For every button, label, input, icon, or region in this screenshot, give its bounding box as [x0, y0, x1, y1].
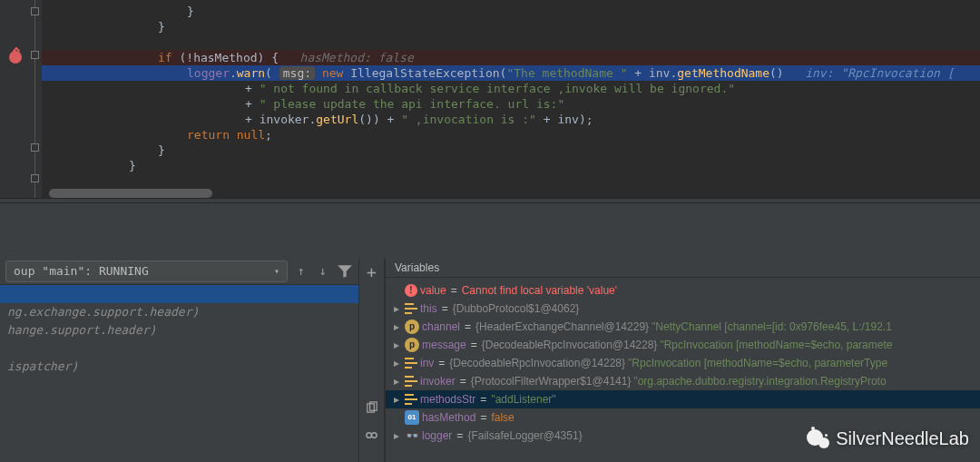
variable-value: false	[491, 408, 514, 427]
prev-frame-icon[interactable]: ↑	[293, 260, 309, 282]
variable-string-value: "RpcInvocation [methodName=$echo, parame…	[660, 336, 892, 354]
debugger-side-toolbar: +	[359, 258, 385, 462]
primitive-badge-icon: 01	[405, 410, 419, 425]
variable-value: {FailsafeLogger@4351}	[467, 427, 582, 445]
expand-arrow-icon[interactable]: ▸	[391, 372, 402, 390]
debug-panel: oup "main": RUNNING ▾ ↑ ↓ ng.exchange.su…	[0, 203, 980, 462]
expand-arrow-icon[interactable]: ▸	[391, 300, 402, 318]
code-line[interactable]: + " please update the api interface. url…	[42, 96, 980, 112]
horizontal-scrollbar[interactable]	[49, 189, 967, 198]
object-badge-icon	[405, 376, 417, 387]
variable-string-value: "org.apache.dubbo.registry.integration.R…	[633, 372, 886, 390]
variable-name: channel	[422, 318, 460, 336]
expand-arrow-icon[interactable]: ▸	[391, 318, 402, 336]
svg-point-3	[372, 432, 377, 437]
variable-string-value: "NettyChannel [channel=[id: 0x976fee45, …	[652, 318, 892, 336]
code-editor[interactable]: }}if (!hasMethod) { hasMethod: falselogg…	[0, 0, 980, 198]
variable-row[interactable]: ▸invoker = {ProtocolFilterWrapper$1@4141…	[386, 372, 980, 390]
variable-row[interactable]: ▸inv = {DecodeableRpcInvocation@14228} "…	[386, 354, 980, 372]
frame-row[interactable]	[0, 339, 358, 358]
expand-arrow-icon[interactable]: ▸	[391, 427, 402, 445]
watch-icon: 👓	[405, 427, 419, 445]
frames-pane: oup "main": RUNNING ▾ ↑ ↓ ng.exchange.su…	[0, 258, 359, 462]
code-line[interactable]: logger.warn( msg: new IllegalStateExcept…	[42, 65, 980, 81]
variable-name: logger	[422, 427, 452, 445]
variable-name: message	[422, 336, 466, 354]
code-area[interactable]: }}if (!hasMethod) { hasMethod: falselogg…	[42, 0, 980, 198]
code-line[interactable]: if (!hasMethod) { hasMethod: false	[42, 50, 980, 65]
variables-title: Variables	[386, 258, 980, 278]
filter-icon[interactable]	[337, 260, 353, 282]
fold-marker-icon[interactable]	[31, 7, 39, 15]
expand-arrow-icon[interactable]: ▸	[391, 354, 402, 372]
variable-row[interactable]: 01hasMethod = false	[386, 408, 980, 427]
scrollbar-thumb[interactable]	[49, 189, 212, 198]
editor-gutter	[0, 0, 42, 198]
code-line[interactable]: }	[42, 4, 980, 19]
variable-name: invoker	[420, 372, 456, 390]
object-badge-icon	[405, 358, 417, 369]
error-icon: !	[405, 284, 417, 297]
object-badge-icon	[405, 303, 417, 314]
frames-header: oup "main": RUNNING ▾ ↑ ↓	[0, 258, 358, 285]
frame-row[interactable]: hange.support.header)	[0, 321, 358, 339]
frame-row[interactable]: ispatcher)	[0, 358, 358, 376]
variable-value: {DecodeableRpcInvocation@14228}	[482, 336, 658, 354]
thread-selector[interactable]: oup "main": RUNNING ▾	[5, 260, 288, 282]
variable-string-value: "RpcInvocation [methodName=$echo, parame…	[628, 354, 887, 372]
variable-name: hasMethod	[422, 408, 475, 427]
variable-row[interactable]: !value = Cannot find local variable 'val…	[386, 281, 980, 300]
variable-row[interactable]: ▸this = {DubboProtocol$1@4062}	[386, 300, 980, 318]
next-frame-icon[interactable]: ↓	[315, 260, 331, 282]
code-line[interactable]: return null;	[42, 127, 980, 143]
watermark: SilverNeedleLab	[807, 428, 969, 449]
watermark-text: SilverNeedleLab	[836, 428, 969, 449]
code-line[interactable]: }	[42, 143, 980, 158]
variable-value: {ProtocolFilterWrapper$1@4141}	[471, 372, 632, 390]
fold-marker-icon[interactable]	[31, 143, 39, 152]
variable-name: inv	[420, 354, 434, 372]
variable-row[interactable]: ▸methodsStr = "addListener"	[386, 390, 980, 408]
new-watch-icon[interactable]: +	[363, 263, 381, 281]
expand-arrow-icon[interactable]: ▸	[391, 336, 402, 354]
fold-marker-icon[interactable]	[31, 51, 39, 59]
code-line[interactable]: }	[42, 158, 980, 173]
code-line[interactable]: }	[42, 19, 980, 34]
breakpoint-icon[interactable]	[9, 51, 22, 64]
frames-list[interactable]: ng.exchange.support.header)hange.support…	[0, 285, 358, 376]
frame-row[interactable]: ng.exchange.support.header)	[0, 303, 358, 321]
variable-name: this	[420, 300, 437, 318]
chevron-down-icon: ▾	[274, 266, 279, 276]
copy-icon[interactable]	[363, 398, 381, 417]
link-icon[interactable]	[363, 426, 381, 444]
variables-list[interactable]: !value = Cannot find local variable 'val…	[386, 278, 980, 448]
thread-label: oup "main": RUNNING	[14, 264, 149, 278]
frame-row[interactable]	[0, 285, 358, 303]
code-line[interactable]: + invoker.getUrl()) + " ,invocation is :…	[42, 112, 980, 127]
variable-name: methodsStr	[420, 390, 475, 408]
variable-row[interactable]: ▸pmessage = {DecodeableRpcInvocation@142…	[386, 336, 980, 354]
parameter-badge-icon: p	[405, 338, 419, 352]
expand-arrow-icon[interactable]: ▸	[391, 390, 402, 408]
variable-value: {DecodeableRpcInvocation@14228}	[449, 354, 625, 372]
variable-value: Cannot find local variable 'value'	[462, 281, 617, 300]
variable-name: value	[420, 281, 446, 300]
object-badge-icon	[405, 394, 417, 405]
fold-marker-icon[interactable]	[31, 174, 39, 182]
code-line[interactable]	[42, 34, 980, 50]
variable-value: {HeaderExchangeChannel@14229}	[475, 318, 649, 336]
svg-point-2	[367, 432, 372, 437]
variable-value: {DubboProtocol$1@4062}	[453, 300, 580, 318]
variable-row[interactable]: ▸pchannel = {HeaderExchangeChannel@14229…	[386, 318, 980, 336]
wechat-icon	[807, 429, 830, 449]
variable-value: "addListener"	[491, 390, 555, 408]
code-line[interactable]: + " not found in callback service interf…	[42, 81, 980, 96]
parameter-badge-icon: p	[405, 319, 419, 334]
